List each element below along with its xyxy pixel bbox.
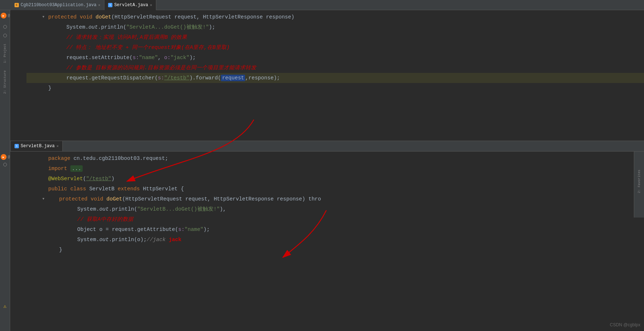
annotation-webservlet: @WebServlet <box>48 176 83 182</box>
at-symbol-bottom: @ <box>8 155 10 159</box>
o-label: o: <box>164 55 170 61</box>
tab-servletB-close[interactable]: ✕ <box>57 144 59 148</box>
code-line-8: } <box>26 83 644 93</box>
warning-icon: ⚠ <box>3 303 6 309</box>
code-line-b6: System.out.println("ServletB...doGet()被触… <box>26 204 644 214</box>
semi-2: ); <box>209 24 215 30</box>
comment-b9: // <box>146 237 153 243</box>
at-symbol: @ <box>8 14 10 18</box>
project-label[interactable]: 1: Project <box>3 42 7 65</box>
code-line-b4: public class ServletB extends HttpServle… <box>26 184 644 194</box>
java-file-icon: C <box>15 3 19 7</box>
params-1: (HttpServletRequest request, HttpServlet… <box>111 14 294 20</box>
code-line-b8: Object o = request.getAttribute(s:"name"… <box>26 224 644 235</box>
code-line-b3: @WebServlet("/testb") <box>26 174 644 184</box>
code-line-7: request.getRequestDispatcher(s:"/testb")… <box>26 73 644 83</box>
java-file-icon-2: S <box>108 3 112 7</box>
sys-2: System. <box>66 24 88 30</box>
servletB-file-icon: S <box>15 144 19 148</box>
brace-close: } <box>48 85 51 91</box>
code-area-top: protected void doGet(HttpServletRequest … <box>26 10 644 152</box>
kw-void: void <box>80 14 96 20</box>
kw-public: public <box>48 186 70 192</box>
comment-b7: // 获取A中存好的数据 <box>77 216 133 222</box>
package-name: cn.tedu.cgb2110boot03.request; <box>74 156 168 161</box>
fold-1[interactable]: ▼ <box>42 12 44 22</box>
req-highlight: request <box>221 75 245 81</box>
top-tab-bar: C Cgb2110boot03Application.java ✕ S Serv… <box>0 0 644 10</box>
run-icon-bottom[interactable]: ▶ <box>1 154 7 160</box>
import-ellipsis: ... <box>70 165 83 172</box>
code-line-3: // 请求转发：实现 访问A时,A背后调用B 的效果 <box>26 32 644 42</box>
comma: , <box>158 55 164 61</box>
fold-indicator-bottom-1[interactable] <box>3 163 7 166</box>
bold-jack: jack <box>169 237 181 243</box>
kw-protected-b: protected <box>59 196 91 202</box>
params-b: (HttpServletRequest request, HttpServlet… <box>122 196 321 202</box>
kw-import: import <box>48 166 70 171</box>
semi-b8: ); <box>203 227 210 232</box>
left-sidebar-top: ▶ @ 1: Project 2: Structure <box>0 10 10 152</box>
brace-close-b: } <box>59 247 62 253</box>
req-set: request.setAttribute( <box>66 55 133 61</box>
fold-indicator-2[interactable] <box>3 34 7 37</box>
obj-o: Object o = request.getAttribute( <box>77 227 178 232</box>
tab-servletA-label: ServletA.java <box>114 3 148 8</box>
code-line-6: // 参数是 目标资源的访问规则.目标资源必须是在同一个项目里才能请求转发 <box>26 63 644 73</box>
str-jack: "jack" <box>170 55 189 61</box>
favorites-panel[interactable]: 2: Favorites <box>634 145 644 218</box>
paren-close: ) <box>111 176 115 182</box>
str-testb: "/testb" <box>164 75 190 81</box>
code-line-b2: import ... <box>26 164 644 174</box>
str-name-b: "name" <box>185 227 203 232</box>
code-line-5: request.setAttribute(s:"name", o:"jack")… <box>26 53 644 63</box>
editor-bottom-pane: package cn.tedu.cgb2110boot03.request; i… <box>10 152 644 331</box>
println-b9: .println(o); <box>109 237 146 243</box>
semi-b2: ), <box>220 206 226 212</box>
req-disp: request.getRequestDispatcher( <box>66 75 158 81</box>
tab-servletB-label: ServletB.java <box>21 144 55 149</box>
response-7: ,response); <box>245 75 280 81</box>
comment-4: // 特点： 地址栏不变 + 同一个request对象(在A里存,在B里取) <box>66 45 230 50</box>
tab-app-label: Cgb2110boot03Application.java <box>21 3 96 8</box>
method-doGet-b: doGet <box>107 196 123 202</box>
tab-app-close[interactable]: ✕ <box>98 3 100 7</box>
tab-servletA[interactable]: S ServletA.java ✕ <box>104 0 156 10</box>
str-2: "ServletA...doGet()被触发!" <box>126 24 209 30</box>
kw-extends: extends <box>117 186 143 192</box>
out-b9: out <box>99 237 109 243</box>
kw-void-b: void <box>91 196 107 202</box>
fold-indicator-1[interactable] <box>3 25 7 29</box>
tab-servletB[interactable]: S ServletB.java ✕ <box>11 141 63 151</box>
kw-protected: protected <box>48 14 80 20</box>
italic-jack: jack <box>153 237 166 243</box>
code-line-b5: protected void doGet(HttpServletRequest … <box>26 194 644 204</box>
code-line-4: // 特点： 地址栏不变 + 同一个request对象(在A里存,在B里取) <box>26 42 644 53</box>
println-b2: .println( <box>109 206 137 212</box>
comment-3: // 请求转发：实现 访问A时,A背后调用B 的效果 <box>66 34 187 40</box>
tab-app[interactable]: C Cgb2110boot03Application.java ✕ <box>11 0 104 10</box>
kw-class: class <box>70 186 89 192</box>
code-line-b1: package cn.tedu.cgb2110boot03.request; <box>26 153 644 164</box>
str-name: "name" <box>139 55 158 61</box>
s-label-2: s: <box>158 75 164 81</box>
println-2: .println( <box>98 24 126 30</box>
forward: ).forward( <box>189 75 221 81</box>
out-2: out <box>88 24 98 30</box>
sys-b9: System. <box>77 237 99 243</box>
str-b2: "ServletB...doGet()被触发!" <box>137 206 220 212</box>
str-testb-b: "/testb" <box>86 176 111 182</box>
semi-5: ); <box>189 55 195 61</box>
run-icon[interactable]: ▶ <box>1 13 7 18</box>
s-label-b: s: <box>178 227 184 232</box>
fold-b1[interactable]: ▼ <box>42 194 44 204</box>
method-doGet: doGet <box>96 14 112 20</box>
watermark: CSDN @cgblpx <box>610 322 640 327</box>
out-b2: out <box>99 206 109 212</box>
structure-label[interactable]: 2: Structure <box>3 69 7 96</box>
code-line-b9: System.out.println(o);//jack jack <box>26 235 644 245</box>
tab-servletA-close[interactable]: ✕ <box>150 3 152 7</box>
kw-package: package <box>48 156 74 161</box>
favorites-label-text: 2: Favorites <box>637 170 641 193</box>
code-line-b10: } <box>26 245 644 255</box>
